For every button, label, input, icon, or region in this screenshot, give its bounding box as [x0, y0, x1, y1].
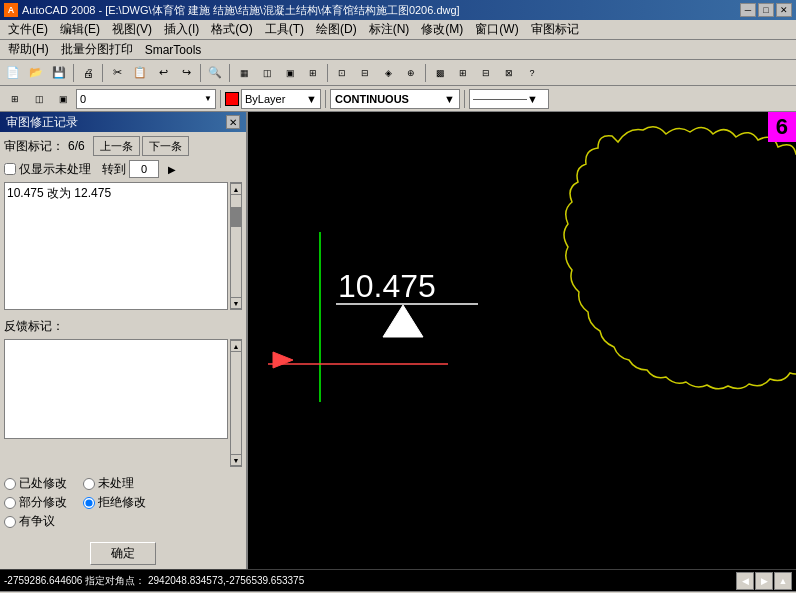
feedback-label: 反馈标记： [4, 318, 64, 335]
scroll-thumb[interactable] [231, 207, 241, 227]
radio-rejected-input[interactable] [83, 497, 95, 509]
menu-format[interactable]: 格式(O) [205, 20, 258, 39]
radio-fixed-label: 已处修改 [19, 475, 67, 492]
menu-dimension[interactable]: 标注(N) [363, 20, 416, 39]
tb-btn-extra7[interactable]: ◈ [377, 62, 399, 84]
radio-group: 已处修改 未处理 部分修改 拒绝修改 [4, 475, 242, 530]
open-button[interactable]: 📂 [25, 62, 47, 84]
lineweight-dropdown[interactable]: —————— ▼ [469, 89, 549, 109]
tb-btn-extra4[interactable]: ⊞ [302, 62, 324, 84]
tb-btn-extra13[interactable]: ? [521, 62, 543, 84]
radio-pending-input[interactable] [83, 478, 95, 490]
show-only-checkbox[interactable] [4, 163, 16, 175]
notes-area: 10.475 改为 12.475 [4, 182, 228, 310]
tb-btn-extra12[interactable]: ⊠ [498, 62, 520, 84]
radio-partial-input[interactable] [4, 497, 16, 509]
zoom-button[interactable]: 🔍 [204, 62, 226, 84]
radio-row-2: 部分修改 拒绝修改 [4, 494, 242, 511]
status-bar-coords: -2759286.644606 指定对角点： 2942048.834573,-2… [0, 569, 796, 591]
menu-review[interactable]: 审图标记 [525, 20, 585, 39]
tb-btn-extra6[interactable]: ⊟ [354, 62, 376, 84]
tb-btn-extra11[interactable]: ⊟ [475, 62, 497, 84]
tb-btn-extra10[interactable]: ⊞ [452, 62, 474, 84]
lineweight-dropdown-arrow: ▼ [527, 93, 538, 105]
nav-right-button[interactable]: ▶ [755, 572, 773, 590]
feedback-scrollbar[interactable]: ▲ ▼ [230, 339, 242, 467]
layer-button2[interactable]: ◫ [28, 88, 50, 110]
minimize-button[interactable]: ─ [740, 3, 756, 17]
color-label: ByLayer [245, 93, 285, 105]
notes-scrollbar[interactable]: ▲ ▼ [230, 182, 242, 310]
feedback-area [4, 339, 228, 439]
scroll-down-arrow[interactable]: ▼ [230, 297, 242, 309]
menu-smarttools[interactable]: SmarTools [139, 42, 208, 58]
radio-disputed-input[interactable] [4, 516, 16, 528]
nav-up-button[interactable]: ▲ [774, 572, 792, 590]
linestyle-label: CONTINUOUS [335, 93, 409, 105]
feedback-row: 反馈标记： [4, 314, 242, 335]
tb-btn-extra8[interactable]: ⊕ [400, 62, 422, 84]
scroll-up-arrow[interactable]: ▲ [230, 183, 242, 195]
tb-btn-extra1[interactable]: ▦ [233, 62, 255, 84]
menu-help[interactable]: 帮助(H) [2, 40, 55, 59]
color-dropdown[interactable]: ByLayer ▼ [241, 89, 321, 109]
menu-file[interactable]: 文件(E) [2, 20, 54, 39]
menu-modify[interactable]: 修改(M) [415, 20, 469, 39]
title-text: AutoCAD 2008 - [E:\DWG\体育馆 建施 结施\结施\混凝土结… [22, 3, 460, 18]
linestyle-dropdown[interactable]: CONTINUOUS ▼ [330, 89, 460, 109]
lineweight-label: —————— [473, 94, 527, 104]
layer-button3[interactable]: ▣ [52, 88, 74, 110]
red-arrow-marker [273, 352, 293, 368]
separator-2 [102, 64, 103, 82]
menu-batch-print[interactable]: 批量分图打印 [55, 40, 139, 59]
radio-partial: 部分修改 [4, 494, 67, 511]
radio-row-3: 有争议 [4, 513, 242, 530]
menu-view[interactable]: 视图(V) [106, 20, 158, 39]
redo-button[interactable]: ↪ [175, 62, 197, 84]
new-button[interactable]: 📄 [2, 62, 24, 84]
panel-titlebar: 审图修正记录 ✕ [0, 112, 246, 132]
title-bar: A AutoCAD 2008 - [E:\DWG\体育馆 建施 结施\结施\混凝… [0, 0, 796, 20]
prev-button[interactable]: 上一条 [93, 136, 140, 156]
nav-left-button[interactable]: ◀ [736, 572, 754, 590]
color-swatch[interactable] [225, 92, 239, 106]
undo-button[interactable]: ↩ [152, 62, 174, 84]
tb-btn-extra9[interactable]: ▩ [429, 62, 451, 84]
cloud-shape [564, 127, 796, 389]
linestyle-dropdown-arrow: ▼ [444, 93, 455, 105]
menu-edit[interactable]: 编辑(E) [54, 20, 106, 39]
cut-button[interactable]: ✂ [106, 62, 128, 84]
menu-window[interactable]: 窗口(W) [469, 20, 524, 39]
tb-btn-extra2[interactable]: ◫ [256, 62, 278, 84]
menu-insert[interactable]: 插入(I) [158, 20, 205, 39]
mark-value: 6/6 [68, 139, 85, 153]
svg-marker-0 [273, 352, 293, 368]
save-button[interactable]: 💾 [48, 62, 70, 84]
nav-arrows: ◀ ▶ ▲ [736, 572, 792, 590]
show-only-row: 仅显示未处理 转到 ▶ [4, 160, 242, 178]
radio-disputed: 有争议 [4, 513, 55, 530]
dim-triangle [383, 305, 423, 337]
confirm-button[interactable]: 确定 [90, 542, 156, 565]
feedback-scroll-down[interactable]: ▼ [230, 454, 242, 466]
separator-color [325, 90, 326, 108]
feedback-scroll-up[interactable]: ▲ [230, 340, 242, 352]
turn-button[interactable]: ▶ [162, 160, 182, 178]
radio-fixed-input[interactable] [4, 478, 16, 490]
next-button[interactable]: 下一条 [142, 136, 189, 156]
tb-btn-extra3[interactable]: ▣ [279, 62, 301, 84]
maximize-button[interactable]: □ [758, 3, 774, 17]
turn-input[interactable] [129, 160, 159, 178]
panel-close-button[interactable]: ✕ [226, 115, 240, 129]
feedback-container: ▲ ▼ [4, 339, 242, 467]
print-button[interactable]: 🖨 [77, 62, 99, 84]
radio-partial-label: 部分修改 [19, 494, 67, 511]
copy-button[interactable]: 📋 [129, 62, 151, 84]
tb-btn-extra5[interactable]: ⊡ [331, 62, 353, 84]
menu-draw[interactable]: 绘图(D) [310, 20, 363, 39]
layer-dropdown[interactable]: 0 ▼ [76, 89, 216, 109]
menu-bar: 文件(E) 编辑(E) 视图(V) 插入(I) 格式(O) 工具(T) 绘图(D… [0, 20, 796, 40]
close-button[interactable]: ✕ [776, 3, 792, 17]
menu-tools[interactable]: 工具(T) [259, 20, 310, 39]
layer-properties-button[interactable]: ⊞ [4, 88, 26, 110]
